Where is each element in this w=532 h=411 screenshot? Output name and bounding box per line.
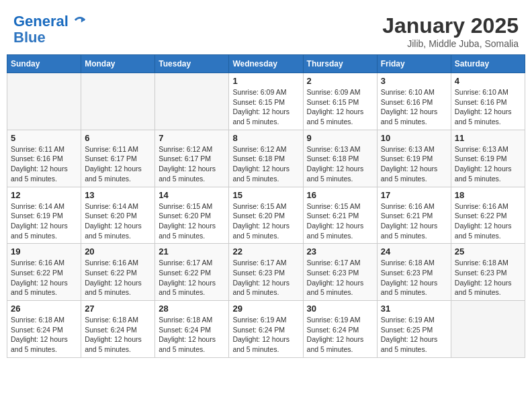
- logo-arrow-icon: [74, 14, 86, 26]
- day-number: 26: [11, 304, 77, 314]
- calendar-cell: 22Sunrise: 6:17 AMSunset: 6:23 PMDayligh…: [229, 244, 303, 301]
- logo-text: General: [13, 13, 86, 30]
- day-number: 2: [307, 76, 373, 86]
- calendar-cell: 24Sunrise: 6:18 AMSunset: 6:23 PMDayligh…: [377, 244, 451, 301]
- day-number: 4: [455, 76, 521, 86]
- weekday-header-row: SundayMondayTuesdayWednesdayThursdayFrid…: [7, 55, 525, 73]
- day-number: 20: [85, 246, 151, 257]
- calendar-cell: 6Sunrise: 6:11 AMSunset: 6:17 PMDaylight…: [81, 130, 155, 187]
- day-info: Sunrise: 6:12 AMSunset: 6:17 PMDaylight:…: [159, 144, 225, 184]
- calendar-week-4: 19Sunrise: 6:16 AMSunset: 6:22 PMDayligh…: [7, 244, 525, 301]
- day-number: 8: [232, 133, 299, 143]
- day-number: 6: [85, 133, 151, 143]
- day-info: Sunrise: 6:10 AMSunset: 6:16 PMDaylight:…: [455, 87, 521, 127]
- day-info: Sunrise: 6:13 AMSunset: 6:19 PMDaylight:…: [381, 144, 447, 184]
- calendar-cell: 19Sunrise: 6:16 AMSunset: 6:22 PMDayligh…: [7, 244, 81, 301]
- calendar-cell: 18Sunrise: 6:16 AMSunset: 6:22 PMDayligh…: [451, 187, 525, 244]
- day-number: 28: [159, 304, 225, 314]
- calendar-cell: 10Sunrise: 6:13 AMSunset: 6:19 PMDayligh…: [377, 130, 451, 187]
- day-info: Sunrise: 6:12 AMSunset: 6:18 PMDaylight:…: [232, 144, 299, 184]
- calendar-cell: 14Sunrise: 6:15 AMSunset: 6:20 PMDayligh…: [155, 187, 229, 244]
- calendar-week-5: 26Sunrise: 6:18 AMSunset: 6:24 PMDayligh…: [7, 301, 525, 358]
- day-info: Sunrise: 6:19 AMSunset: 6:24 PMDaylight:…: [307, 315, 373, 355]
- calendar-cell: 31Sunrise: 6:19 AMSunset: 6:25 PMDayligh…: [377, 301, 451, 358]
- day-number: 31: [381, 304, 447, 314]
- day-info: Sunrise: 6:14 AMSunset: 6:19 PMDaylight:…: [11, 201, 77, 241]
- day-info: Sunrise: 6:18 AMSunset: 6:23 PMDaylight:…: [381, 258, 447, 298]
- day-number: 10: [381, 133, 447, 143]
- day-info: Sunrise: 6:13 AMSunset: 6:18 PMDaylight:…: [307, 144, 373, 184]
- day-number: 11: [455, 133, 521, 143]
- calendar-cell: 27Sunrise: 6:18 AMSunset: 6:24 PMDayligh…: [81, 301, 155, 358]
- calendar-cell: 30Sunrise: 6:19 AMSunset: 6:24 PMDayligh…: [303, 301, 377, 358]
- calendar-cell: [81, 73, 155, 130]
- day-info: Sunrise: 6:19 AMSunset: 6:24 PMDaylight:…: [232, 315, 299, 355]
- calendar-cell: 23Sunrise: 6:17 AMSunset: 6:23 PMDayligh…: [303, 244, 377, 301]
- calendar-cell: 3Sunrise: 6:10 AMSunset: 6:16 PMDaylight…: [377, 73, 451, 130]
- calendar-cell: 11Sunrise: 6:13 AMSunset: 6:19 PMDayligh…: [451, 130, 525, 187]
- weekday-header-tuesday: Tuesday: [155, 55, 229, 73]
- day-info: Sunrise: 6:16 AMSunset: 6:21 PMDaylight:…: [381, 201, 447, 241]
- day-number: 27: [85, 304, 151, 314]
- day-number: 17: [381, 190, 447, 200]
- day-number: 30: [307, 304, 373, 314]
- day-number: 23: [307, 246, 373, 257]
- calendar-cell: 17Sunrise: 6:16 AMSunset: 6:21 PMDayligh…: [377, 187, 451, 244]
- calendar-week-2: 5Sunrise: 6:11 AMSunset: 6:16 PMDaylight…: [7, 130, 525, 187]
- month-title: January 2025: [382, 13, 519, 38]
- day-info: Sunrise: 6:19 AMSunset: 6:25 PMDaylight:…: [381, 315, 447, 355]
- day-info: Sunrise: 6:13 AMSunset: 6:19 PMDaylight:…: [455, 144, 521, 184]
- calendar-cell: [155, 73, 229, 130]
- day-info: Sunrise: 6:11 AMSunset: 6:16 PMDaylight:…: [11, 144, 77, 184]
- weekday-header-wednesday: Wednesday: [229, 55, 303, 73]
- day-number: 14: [159, 190, 225, 200]
- day-number: 25: [455, 246, 521, 257]
- page-header: General Blue January 2025 Jilib, Middle …: [7, 7, 525, 54]
- logo: General Blue: [13, 13, 86, 46]
- calendar-cell: 1Sunrise: 6:09 AMSunset: 6:15 PMDaylight…: [229, 73, 303, 130]
- calendar-cell: 12Sunrise: 6:14 AMSunset: 6:19 PMDayligh…: [7, 187, 81, 244]
- calendar-cell: 26Sunrise: 6:18 AMSunset: 6:24 PMDayligh…: [7, 301, 81, 358]
- calendar-cell: 25Sunrise: 6:18 AMSunset: 6:23 PMDayligh…: [451, 244, 525, 301]
- calendar-cell: 21Sunrise: 6:17 AMSunset: 6:22 PMDayligh…: [155, 244, 229, 301]
- calendar-cell: [7, 73, 81, 130]
- day-info: Sunrise: 6:17 AMSunset: 6:22 PMDaylight:…: [159, 258, 225, 298]
- day-info: Sunrise: 6:15 AMSunset: 6:20 PMDaylight:…: [159, 201, 225, 241]
- calendar-cell: 15Sunrise: 6:15 AMSunset: 6:20 PMDayligh…: [229, 187, 303, 244]
- day-info: Sunrise: 6:09 AMSunset: 6:15 PMDaylight:…: [232, 87, 299, 127]
- day-number: 12: [11, 190, 77, 200]
- title-block: January 2025 Jilib, Middle Juba, Somalia: [382, 13, 519, 49]
- day-info: Sunrise: 6:16 AMSunset: 6:22 PMDaylight:…: [11, 258, 77, 298]
- day-info: Sunrise: 6:09 AMSunset: 6:15 PMDaylight:…: [307, 87, 373, 127]
- day-number: 3: [381, 76, 447, 86]
- calendar-cell: [451, 301, 525, 358]
- day-info: Sunrise: 6:18 AMSunset: 6:24 PMDaylight:…: [11, 315, 77, 355]
- day-number: 24: [381, 246, 447, 257]
- day-info: Sunrise: 6:18 AMSunset: 6:23 PMDaylight:…: [455, 258, 521, 298]
- weekday-header-sunday: Sunday: [7, 55, 81, 73]
- calendar-cell: 5Sunrise: 6:11 AMSunset: 6:16 PMDaylight…: [7, 130, 81, 187]
- day-info: Sunrise: 6:15 AMSunset: 6:20 PMDaylight:…: [232, 201, 299, 241]
- day-info: Sunrise: 6:15 AMSunset: 6:21 PMDaylight:…: [307, 201, 373, 241]
- calendar-cell: 16Sunrise: 6:15 AMSunset: 6:21 PMDayligh…: [303, 187, 377, 244]
- day-info: Sunrise: 6:17 AMSunset: 6:23 PMDaylight:…: [307, 258, 373, 298]
- day-number: 21: [159, 246, 225, 257]
- calendar-table: SundayMondayTuesdayWednesdayThursdayFrid…: [7, 54, 525, 358]
- weekday-header-saturday: Saturday: [451, 55, 525, 73]
- day-number: 18: [455, 190, 521, 200]
- day-number: 9: [307, 133, 373, 143]
- calendar-cell: 7Sunrise: 6:12 AMSunset: 6:17 PMDaylight…: [155, 130, 229, 187]
- day-number: 13: [85, 190, 151, 200]
- day-info: Sunrise: 6:16 AMSunset: 6:22 PMDaylight:…: [85, 258, 151, 298]
- day-number: 15: [232, 190, 299, 200]
- logo-text2: Blue: [13, 30, 86, 46]
- calendar-week-1: 1Sunrise: 6:09 AMSunset: 6:15 PMDaylight…: [7, 73, 525, 130]
- calendar-cell: 2Sunrise: 6:09 AMSunset: 6:15 PMDaylight…: [303, 73, 377, 130]
- location-subtitle: Jilib, Middle Juba, Somalia: [382, 38, 519, 49]
- calendar-cell: 13Sunrise: 6:14 AMSunset: 6:20 PMDayligh…: [81, 187, 155, 244]
- calendar-cell: 20Sunrise: 6:16 AMSunset: 6:22 PMDayligh…: [81, 244, 155, 301]
- day-number: 7: [159, 133, 225, 143]
- calendar-week-3: 12Sunrise: 6:14 AMSunset: 6:19 PMDayligh…: [7, 187, 525, 244]
- calendar-cell: 28Sunrise: 6:18 AMSunset: 6:24 PMDayligh…: [155, 301, 229, 358]
- calendar-cell: 8Sunrise: 6:12 AMSunset: 6:18 PMDaylight…: [229, 130, 303, 187]
